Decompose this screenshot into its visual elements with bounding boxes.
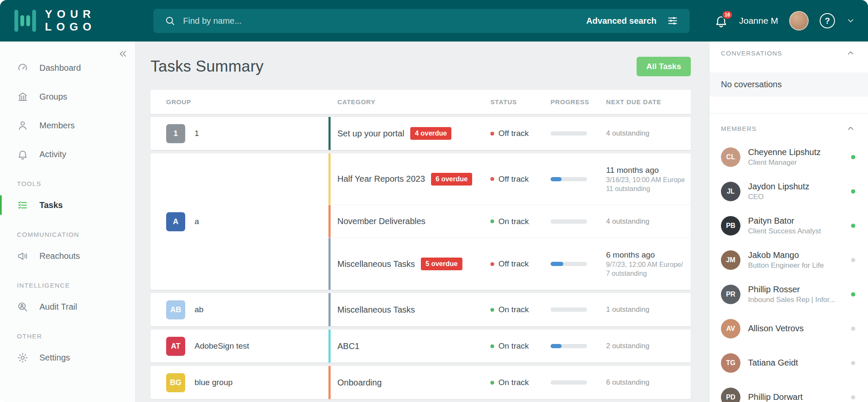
status-dot: [490, 262, 494, 266]
member-info: Cheyenne LipshutzClient Manager: [748, 147, 847, 167]
sidebar-section-intelligence: INTELLIGENCE: [0, 278, 135, 292]
task-row[interactable]: Half Year Reports 20236 overdueOff track…: [328, 153, 691, 205]
notifications-bell-icon[interactable]: 16: [714, 14, 728, 28]
notification-count-badge: 16: [722, 10, 732, 19]
search-input[interactable]: [183, 16, 586, 26]
chevron-up-icon[interactable]: [846, 124, 855, 133]
next-due-cell: 11 months ago3/16/23, 10:00 AM Europe11 …: [606, 166, 691, 193]
progress-fill: [551, 262, 563, 266]
sidebar-section-tools: TOOLS: [0, 176, 135, 191]
progress-bar: [551, 177, 587, 181]
status-dot: [490, 132, 494, 136]
member-info: Phillip Dorwart: [748, 392, 847, 402]
table-group: 11Set up your portal4 overdueOff track4 …: [150, 117, 691, 150]
search-bar: Advanced search: [153, 9, 690, 33]
chevron-down-icon[interactable]: [846, 16, 855, 25]
group-cell[interactable]: Aa: [150, 153, 328, 290]
member-row[interactable]: AVAllison Vetrovs: [709, 311, 868, 346]
member-name: Jakob Mango: [748, 250, 847, 260]
group-cell[interactable]: ABab: [150, 293, 328, 326]
sidebar-item-audit-trail[interactable]: Audit Trail: [0, 292, 135, 321]
member-name: Allison Vetrovs: [748, 324, 847, 333]
category-name: November Deliverables: [337, 216, 426, 226]
member-row[interactable]: PRPhillip RosserInbound Sales Rep | Info…: [709, 277, 868, 311]
progress-fill: [551, 177, 562, 181]
group-cell[interactable]: ATAdobeSign test: [150, 330, 328, 363]
main-content: Tasks Summary All Tasks GROUPCATEGORYSTA…: [136, 42, 709, 402]
member-row[interactable]: JLJaydon LipshutzCEO: [709, 174, 868, 208]
task-row[interactable]: November DeliverablesOn track4 outstandi…: [328, 205, 691, 238]
conversations-header: CONVERSATIONS: [709, 42, 868, 64]
logo-text: YOURLOGO: [45, 8, 96, 33]
category-name: Half Year Reports 2023: [337, 174, 425, 184]
task-row[interactable]: Miscellaneous Tasks5 overdueOff track6 m…: [328, 238, 691, 290]
chevron-up-icon[interactable]: [846, 48, 855, 58]
progress-cell: [551, 177, 606, 181]
progress-cell: [551, 262, 606, 266]
member-row[interactable]: JMJakob MangoButton Engineer for Life: [709, 243, 868, 277]
group-avatar: A: [166, 212, 185, 231]
group-cell[interactable]: BGblue group: [150, 366, 328, 399]
main-header: Tasks Summary All Tasks: [150, 57, 691, 76]
sidebar-item-label: Members: [39, 121, 75, 130]
task-row[interactable]: Miscellaneous TasksOn track1 outstanding: [328, 293, 691, 326]
sidebar-item-members[interactable]: Members: [0, 111, 135, 140]
members-icon: [17, 120, 28, 131]
category-cell: Miscellaneous Tasks5 overdue: [328, 238, 490, 290]
member-status-dot: [851, 395, 855, 399]
member-avatar: JM: [721, 250, 740, 270]
column-header-group: GROUP: [150, 98, 328, 105]
help-icon[interactable]: ?: [820, 13, 835, 28]
sidebar-item-activity[interactable]: Activity: [0, 140, 135, 169]
status-cell: On track: [490, 217, 551, 226]
progress-cell: [551, 380, 606, 385]
sidebar: DashboardGroupsMembersActivityTOOLSTasks…: [0, 42, 136, 402]
member-row[interactable]: TGTatiana Geidt: [709, 346, 868, 380]
members-list: CLCheyenne LipshutzClient ManagerJLJaydo…: [709, 140, 868, 402]
member-avatar: CL: [721, 147, 740, 167]
next-due-cell: 6 outstanding: [606, 378, 691, 387]
member-row[interactable]: PBPaityn BatorClient Success Analyst: [709, 208, 868, 243]
sidebar-section-other: OTHER: [0, 329, 135, 343]
task-row[interactable]: ABC1On track2 outstanding: [328, 330, 691, 363]
sidebar-item-dashboard[interactable]: Dashboard: [0, 53, 135, 82]
due-outstanding: 11 outstanding: [606, 185, 691, 193]
task-row[interactable]: Set up your portal4 overdueOff track4 ou…: [328, 117, 691, 150]
logo-icon: [14, 9, 36, 32]
reachouts-icon: [17, 250, 28, 262]
sidebar-item-reachouts[interactable]: Reachouts: [0, 241, 135, 270]
category-name: Miscellaneous Tasks: [337, 305, 415, 315]
group-name: 1: [195, 129, 199, 138]
group-cell[interactable]: 11: [150, 117, 328, 150]
sidebar-item-settings[interactable]: Settings: [0, 343, 135, 372]
group-avatar: AB: [166, 300, 185, 319]
sidebar-item-label: Groups: [39, 92, 67, 102]
page-title: Tasks Summary: [150, 58, 264, 75]
next-due-cell: 2 outstanding: [606, 342, 691, 350]
member-row[interactable]: PDPhillip Dorwart: [709, 380, 868, 402]
due-datetime: 3/16/23, 10:00 AM Europe: [606, 176, 691, 184]
sidebar-item-label: Tasks: [39, 200, 63, 210]
user-avatar[interactable]: [789, 11, 809, 30]
member-status-dot: [851, 292, 855, 297]
member-avatar: PR: [721, 285, 740, 304]
group-name: AdobeSign test: [195, 341, 249, 351]
category-color-bar: [328, 117, 331, 150]
group-name: a: [195, 217, 199, 226]
sidebar-item-tasks[interactable]: Tasks: [0, 191, 135, 219]
logo[interactable]: YOURLOGO: [0, 8, 144, 33]
next-due-cell: 4 outstanding: [606, 217, 691, 226]
next-due-cell: 6 months ago9/7/23, 12:00 AM Europe/7 ou…: [606, 250, 691, 277]
filter-sliders-icon[interactable]: [667, 15, 679, 27]
category-name: Set up your portal: [337, 129, 404, 139]
task-row[interactable]: OnboardingOn track6 outstanding: [328, 366, 691, 399]
category-name: Miscellaneous Tasks: [337, 259, 415, 269]
group-name: ab: [195, 305, 203, 314]
advanced-search-link[interactable]: Advanced search: [586, 16, 657, 26]
next-due-cell: 4 outstanding: [606, 129, 691, 138]
member-avatar: JL: [721, 182, 740, 201]
sidebar-item-groups[interactable]: Groups: [0, 82, 135, 111]
status-label: On track: [498, 378, 529, 387]
all-tasks-button[interactable]: All Tasks: [637, 57, 691, 76]
member-row[interactable]: CLCheyenne LipshutzClient Manager: [709, 140, 868, 174]
